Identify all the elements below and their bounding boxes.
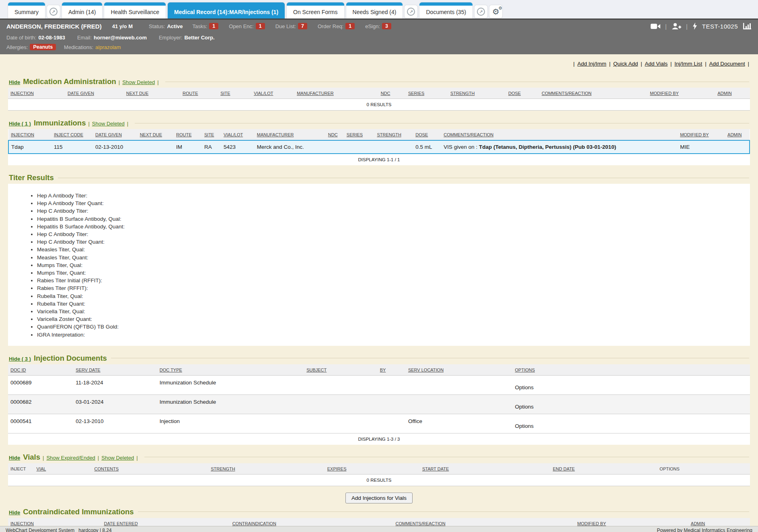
- col-header-ndc[interactable]: NDC: [378, 88, 406, 99]
- immunizations-table: INJECTION INJECT CODE DATE GIVEN NEXT DU…: [8, 129, 750, 165]
- esign-count-badge[interactable]: 3: [382, 23, 391, 29]
- tasks-count-badge[interactable]: 1: [209, 23, 218, 29]
- section-immunizations: Hide ( 1 ) Immunizations | Show Deleted …: [8, 119, 750, 165]
- col-header-next-due[interactable]: NEXT DUE: [138, 129, 174, 140]
- col-header-strength[interactable]: STRENGTH: [374, 129, 413, 140]
- hide-injection-documents-link[interactable]: Hide ( 3 ): [9, 356, 31, 362]
- lightning-bolt-icon[interactable]: [692, 23, 697, 30]
- vials-table: INJECT VIAL CONTENTS STRENGTH EXPIRES ST…: [8, 463, 750, 486]
- tab-health-surveillance[interactable]: Health Surveillance: [104, 2, 166, 18]
- col-header-ndc[interactable]: NDC: [326, 129, 344, 140]
- quick-add-link[interactable]: Quick Add: [613, 61, 638, 67]
- col-header-site[interactable]: SITE: [202, 129, 221, 140]
- options-link[interactable]: Options: [515, 404, 534, 410]
- separator: |: [43, 455, 44, 461]
- col-header-serv-location[interactable]: SERV LOCATION: [406, 364, 513, 376]
- titer-item: Rubella Titer, Qual:: [37, 292, 746, 300]
- col-header-strength[interactable]: STRENGTH: [448, 88, 506, 99]
- status-value: Active: [167, 23, 183, 29]
- col-header-series[interactable]: SERIES: [406, 88, 448, 99]
- inj-imm-list-link[interactable]: Inj/Imm List: [674, 61, 702, 67]
- options-link[interactable]: Options: [515, 384, 534, 390]
- show-deleted-link[interactable]: Show Deleted: [122, 79, 155, 85]
- tab-needs-signed[interactable]: Needs Signed (4): [346, 2, 403, 18]
- col-header-contents[interactable]: CONTENTS: [92, 463, 208, 474]
- col-header-modified-by[interactable]: MODIFIED BY: [678, 129, 725, 140]
- col-header-injection[interactable]: INJECTION: [8, 129, 51, 140]
- show-deleted-link[interactable]: Show Deleted: [101, 455, 134, 461]
- show-deleted-link[interactable]: Show Deleted: [92, 121, 125, 127]
- col-header-manufacturer[interactable]: MANUFACTURER: [255, 129, 326, 140]
- hide-medication-administration-link[interactable]: Hide: [9, 79, 20, 85]
- col-header-inject-code[interactable]: INJECT CODE: [51, 129, 93, 140]
- col-header-doc-type[interactable]: DOC TYPE: [157, 364, 304, 376]
- bar-chart-icon[interactable]: [743, 23, 752, 30]
- col-header-next-due[interactable]: NEXT DUE: [124, 88, 180, 99]
- tab-documents[interactable]: Documents (35): [419, 2, 472, 18]
- col-header-manufacturer[interactable]: MANUFACTURER: [294, 88, 378, 99]
- open-enc-count-badge[interactable]: 1: [256, 23, 265, 29]
- col-header-end-date[interactable]: END DATE: [551, 463, 657, 474]
- tab-admin[interactable]: Admin (14): [62, 2, 102, 18]
- popout-arrow-icon: ↗: [49, 8, 58, 16]
- allergy-badge[interactable]: Peanuts: [30, 44, 56, 50]
- col-header-options[interactable]: OPTIONS: [513, 364, 750, 376]
- col-header-modified-by[interactable]: MODIFIED BY: [647, 88, 715, 99]
- empty-results-text: 0 RESULTS: [8, 474, 750, 486]
- col-header-vial[interactable]: VIAL: [34, 463, 92, 474]
- col-header-vial-lot[interactable]: VIAL/LOT: [221, 129, 255, 140]
- add-document-link[interactable]: Add Document: [709, 61, 745, 67]
- col-header-start-date[interactable]: START DATE: [420, 463, 551, 474]
- medications-value[interactable]: alprazolam: [95, 44, 121, 50]
- col-header-doc-id[interactable]: DOC ID: [8, 364, 73, 376]
- add-injections-for-vials-button[interactable]: Add Injections for Vials: [345, 493, 413, 503]
- document-row[interactable]: 0000682 03-01-2024 Immunization Schedule…: [8, 394, 750, 414]
- add-person-icon[interactable]: [672, 23, 681, 30]
- col-header-route[interactable]: ROUTE: [174, 129, 202, 140]
- needs-signed-popout-button[interactable]: ↗: [405, 5, 417, 18]
- col-header-date-given[interactable]: DATE GIVEN: [65, 88, 124, 99]
- cell-serv-date: 03-01-2024: [73, 394, 157, 414]
- col-header-serv-date[interactable]: SERV DATE: [73, 364, 157, 376]
- col-header-vial-lot[interactable]: VIAL/LOT: [251, 88, 294, 99]
- add-inj-imm-link[interactable]: Add Inj/Imm: [577, 61, 606, 67]
- col-header-route[interactable]: ROUTE: [180, 88, 218, 99]
- hide-vials-link[interactable]: Hide: [9, 455, 20, 461]
- tab-summary[interactable]: Summary: [8, 2, 45, 18]
- col-header-admin[interactable]: ADMIN: [715, 88, 750, 99]
- documents-popout-button[interactable]: ↗: [475, 5, 487, 18]
- cell-serv-date: 02-13-2010: [73, 414, 157, 433]
- col-header-dose[interactable]: DOSE: [413, 129, 441, 140]
- document-row[interactable]: 0000541 02-13-2010 Injection Office Opti…: [8, 414, 750, 433]
- cell-modified-by: MIE: [678, 140, 725, 154]
- col-header-series[interactable]: SERIES: [344, 129, 375, 140]
- col-header-injection[interactable]: INJECTION: [8, 88, 65, 99]
- immunization-row-tdap[interactable]: Tdap 115 02-13-2010 IM RA 5423 Merck and…: [8, 140, 750, 154]
- separator: |: [88, 121, 89, 127]
- video-camera-icon[interactable]: [651, 23, 660, 29]
- col-header-date-given[interactable]: DATE GIVEN: [93, 129, 138, 140]
- col-header-subject[interactable]: SUBJECT: [304, 364, 378, 376]
- document-row[interactable]: 0000689 11-18-2024 Immunization Schedule…: [8, 375, 750, 394]
- tab-on-screen-forms[interactable]: On Screen Forms: [287, 2, 344, 18]
- hide-contraindicated-link[interactable]: Hide: [9, 509, 20, 516]
- section-divider-line: [111, 358, 749, 358]
- col-header-admin[interactable]: ADMIN: [725, 129, 750, 140]
- col-header-comments-reaction[interactable]: COMMENTS/REACTION: [539, 88, 647, 99]
- col-header-site[interactable]: SITE: [218, 88, 251, 99]
- hide-immunizations-link[interactable]: Hide ( 1 ): [9, 121, 31, 127]
- cell-options: Options: [513, 394, 750, 414]
- col-header-comments-reaction[interactable]: COMMENTS/REACTION: [441, 129, 678, 140]
- order-req-count-badge[interactable]: 1: [345, 23, 355, 29]
- settings-button[interactable]: ⚙⚙: [489, 5, 502, 18]
- col-header-dose[interactable]: DOSE: [506, 88, 539, 99]
- tab-medical-record[interactable]: Medical Record (14):MAR/Injections (1): [168, 2, 285, 18]
- col-header-by[interactable]: BY: [378, 364, 406, 376]
- due-list-count-badge[interactable]: 7: [298, 23, 307, 29]
- add-vials-link[interactable]: Add Vials: [645, 61, 668, 67]
- col-header-expires[interactable]: EXPIRES: [325, 463, 420, 474]
- options-link[interactable]: Options: [515, 423, 534, 429]
- summary-popout-button[interactable]: ↗: [47, 5, 60, 18]
- show-expired-ended-link[interactable]: Show Expired/Ended: [46, 455, 95, 461]
- col-header-strength[interactable]: STRENGTH: [208, 463, 325, 474]
